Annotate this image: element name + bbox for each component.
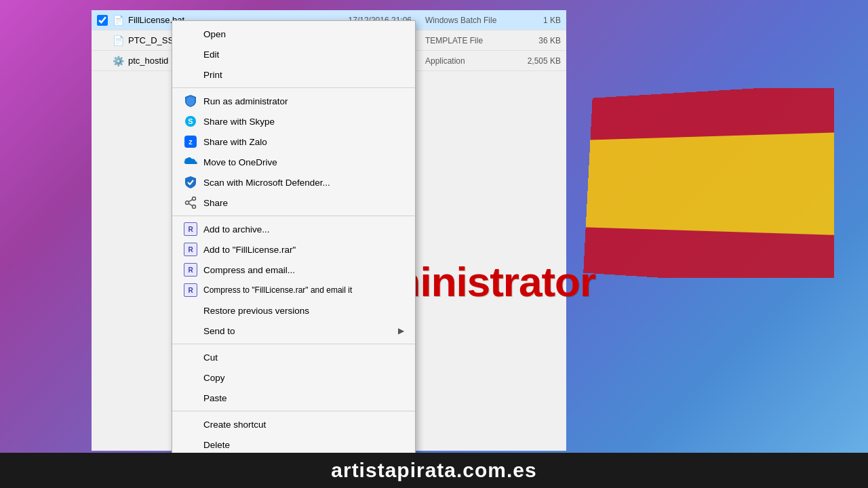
file-type: TEMPLATE File bbox=[412, 36, 513, 45]
share-icon bbox=[183, 195, 198, 210]
svg-line-8 bbox=[189, 203, 192, 205]
menu-item-compress-email[interactable]: R Compress and email... bbox=[172, 260, 415, 280]
menu-item-print[interactable]: Print bbox=[172, 64, 415, 85]
menu-item-share-skype[interactable]: S Share with Skype bbox=[172, 111, 415, 131]
cut-icon bbox=[183, 350, 198, 365]
file-size: 1 KB bbox=[513, 16, 561, 25]
onedrive-icon bbox=[183, 155, 198, 169]
file-size: 2,505 KB bbox=[513, 56, 561, 66]
spain-flag-area bbox=[576, 88, 834, 278]
menu-item-add-archive[interactable]: R Add to archive... bbox=[172, 219, 415, 239]
shield-icon bbox=[183, 94, 198, 108]
spain-flag bbox=[583, 88, 834, 278]
flag-top-red bbox=[590, 88, 834, 140]
menu-item-run-as-admin[interactable]: Run as administrator bbox=[172, 91, 415, 111]
watermark-text: artistapirata.com.es bbox=[331, 459, 536, 482]
svg-point-4 bbox=[193, 197, 196, 201]
defender-icon bbox=[183, 175, 198, 190]
svg-line-7 bbox=[189, 199, 192, 201]
print-icon bbox=[183, 67, 198, 82]
shortcut-icon bbox=[183, 417, 198, 432]
file-size: 36 KB bbox=[513, 36, 561, 45]
edit-icon bbox=[183, 47, 198, 62]
menu-item-copy[interactable]: Copy bbox=[172, 367, 415, 388]
menu-item-create-shortcut[interactable]: Create shortcut bbox=[172, 414, 415, 434]
rar-icon-2: R bbox=[183, 242, 198, 257]
open-icon bbox=[183, 26, 198, 41]
svg-point-5 bbox=[193, 205, 196, 209]
separator-2 bbox=[172, 216, 415, 216]
paste-icon bbox=[183, 390, 198, 405]
menu-item-restore-versions[interactable]: Restore previous versions bbox=[172, 300, 415, 321]
menu-item-open[interactable]: Open bbox=[172, 24, 415, 44]
separator-1 bbox=[172, 87, 415, 88]
separator-4 bbox=[172, 411, 415, 411]
menu-item-compress-rar-email[interactable]: R Compress to "FillLicense.rar" and emai… bbox=[172, 280, 415, 300]
context-menu: Open Edit Print Run as administrator S S… bbox=[172, 20, 416, 488]
doc-icon: 📄 bbox=[112, 35, 124, 47]
zalo-icon: Z bbox=[183, 134, 198, 149]
rar-icon-1: R bbox=[183, 222, 198, 237]
menu-item-add-rar[interactable]: R Add to "FillLicense.rar" bbox=[172, 239, 415, 260]
copy-icon bbox=[183, 370, 198, 385]
exe-icon: ⚙️ bbox=[112, 55, 124, 67]
menu-item-cut[interactable]: Cut bbox=[172, 347, 415, 367]
rar-icon-3: R bbox=[183, 262, 198, 277]
svg-point-6 bbox=[186, 201, 189, 205]
menu-item-paste[interactable]: Paste bbox=[172, 388, 415, 408]
menu-item-share-zalo[interactable]: Z Share with Zalo bbox=[172, 131, 415, 152]
file-type: Application bbox=[412, 56, 513, 66]
file-type: Windows Batch File bbox=[412, 16, 513, 25]
menu-item-send-to[interactable]: Send to ▶ bbox=[172, 321, 415, 341]
file-checkbox[interactable] bbox=[97, 15, 108, 26]
delete-icon bbox=[183, 437, 198, 452]
separator-3 bbox=[172, 344, 415, 344]
menu-item-delete[interactable]: Delete bbox=[172, 434, 415, 455]
flag-bottom-red bbox=[583, 227, 834, 278]
watermark-bar: artistapirata.com.es bbox=[0, 453, 868, 488]
rar-icon-4: R bbox=[183, 283, 198, 298]
flag-yellow bbox=[586, 132, 834, 235]
menu-item-share[interactable]: Share bbox=[172, 192, 415, 213]
menu-item-edit[interactable]: Edit bbox=[172, 44, 415, 64]
svg-text:S: S bbox=[188, 117, 193, 125]
skype-icon: S bbox=[183, 114, 198, 129]
menu-item-move-onedrive[interactable]: Move to OneDrive bbox=[172, 152, 415, 172]
menu-item-scan-defender[interactable]: Scan with Microsoft Defender... bbox=[172, 172, 415, 192]
svg-text:Z: Z bbox=[189, 139, 193, 146]
sendto-icon bbox=[183, 323, 198, 338]
submenu-arrow: ▶ bbox=[398, 326, 404, 336]
bat-icon: 📄 bbox=[112, 14, 124, 26]
restore-icon bbox=[183, 303, 198, 318]
